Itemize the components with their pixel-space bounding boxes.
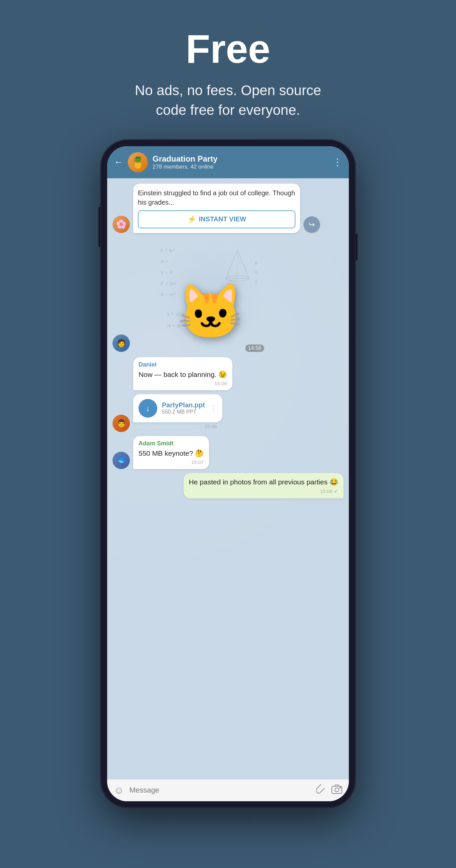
adam-message-text: 550 MB keynote? 🤔 bbox=[139, 448, 204, 458]
sticker-message-row: 🧑 k = πr² A = V = l² P = 2πr A = πr² bbox=[113, 238, 343, 352]
svg-point-5 bbox=[340, 787, 341, 788]
math-bg-right: θ h s bbox=[255, 258, 257, 286]
outgoing-message-time: 15:08 ✓ bbox=[189, 488, 338, 494]
daniel-sender-name: Daniel bbox=[139, 361, 227, 368]
message-tick-icon: ✓ bbox=[334, 488, 338, 494]
adam-message-time: 15:07 bbox=[139, 459, 204, 465]
file-size: 550.2 MB PPT bbox=[162, 409, 205, 415]
outgoing-message-row: He pasted in photos from all previous pa… bbox=[113, 473, 343, 498]
file-info: PartyPlan.ppt 550.2 MB PPT bbox=[162, 401, 205, 415]
file-bubble-wrapper: ↓ PartyPlan.ppt 550.2 MB PPT ⋮ 15:06 bbox=[133, 394, 222, 432]
file-time: 15:06 bbox=[133, 422, 222, 432]
sender-avatar-adam: 🧢 bbox=[113, 452, 130, 469]
cat-sticker: 🐱 bbox=[177, 285, 244, 339]
article-bubble: Einstein struggled to find a job out of … bbox=[133, 184, 300, 233]
phone-wrapper: ← 🍍 Graduation Party 278 members, 42 onl… bbox=[101, 140, 355, 807]
sender-avatar-sticker: 🧑 bbox=[113, 335, 130, 352]
adam-sender-name: Adam Smidt bbox=[139, 440, 204, 447]
hero-title: Free bbox=[135, 27, 321, 71]
attach-button[interactable] bbox=[316, 784, 326, 797]
article-message-row: 🌸 Einstein struggled to find a job out o… bbox=[113, 184, 343, 233]
file-message-bubble: ↓ PartyPlan.ppt 550.2 MB PPT ⋮ bbox=[133, 394, 222, 422]
daniel-message-text: Now — back to planning. 😉 bbox=[139, 370, 227, 379]
sticker-time: 14:58 bbox=[245, 344, 264, 352]
forward-button[interactable]: ↩ bbox=[303, 216, 320, 233]
chat-info: Graduation Party 278 members, 42 online bbox=[153, 154, 328, 170]
cone-shape bbox=[224, 248, 251, 283]
message-input[interactable] bbox=[129, 786, 311, 795]
hero-section: Free No ads, no fees. Open sourcecode fr… bbox=[128, 0, 328, 140]
adam-message-bubble: Adam Smidt 550 MB keynote? 🤔 15:07 bbox=[133, 436, 209, 469]
emoji-button[interactable]: ☺ bbox=[114, 784, 124, 796]
instant-view-button[interactable]: ⚡ INSTANT VIEW bbox=[138, 210, 296, 228]
hero-subtitle: No ads, no fees. Open sourcecode free fo… bbox=[135, 81, 321, 120]
chat-name: Graduation Party bbox=[153, 154, 328, 163]
chat-header: ← 🍍 Graduation Party 278 members, 42 onl… bbox=[107, 146, 349, 178]
file-name: PartyPlan.ppt bbox=[162, 401, 205, 409]
svg-point-4 bbox=[335, 788, 339, 792]
chat-members: 278 members, 42 online bbox=[153, 163, 328, 170]
file-more-button[interactable]: ⋮ bbox=[210, 404, 217, 413]
adam-message-row: 🧢 Adam Smidt 550 MB keynote? 🤔 15:07 bbox=[113, 436, 343, 469]
sender-avatar-file: 👨 bbox=[113, 415, 130, 432]
chat-body: 🌸 Einstein struggled to find a job out o… bbox=[107, 178, 349, 779]
phone-shell: ← 🍍 Graduation Party 278 members, 42 onl… bbox=[101, 140, 355, 807]
sender-avatar-1: 🌸 bbox=[113, 216, 130, 233]
instant-view-label: INSTANT VIEW bbox=[199, 215, 246, 223]
article-bubble-wrapper: Einstein struggled to find a job out of … bbox=[133, 184, 300, 233]
daniel-message-row: Daniel Now — back to planning. 😉 15:06 bbox=[133, 357, 343, 390]
group-avatar: 🍍 bbox=[128, 152, 148, 172]
file-download-button[interactable]: ↓ bbox=[139, 399, 157, 417]
daniel-message-bubble: Daniel Now — back to planning. 😉 15:06 bbox=[133, 357, 232, 390]
article-text: Einstein struggled to find a job out of … bbox=[138, 188, 296, 207]
back-button[interactable]: ← bbox=[114, 158, 123, 167]
bolt-icon: ⚡ bbox=[187, 215, 196, 224]
daniel-message-time: 15:06 bbox=[139, 380, 227, 386]
sticker-container: k = πr² A = V = l² P = 2πr A = πr² θ h s bbox=[154, 238, 267, 352]
more-options-button[interactable]: ⋮ bbox=[333, 157, 342, 167]
phone-screen: ← 🍍 Graduation Party 278 members, 42 onl… bbox=[107, 146, 349, 801]
outgoing-message-bubble: He pasted in photos from all previous pa… bbox=[184, 473, 343, 498]
chat-input-bar: ☺ bbox=[107, 779, 349, 801]
math-bg: k = πr² A = V = l² P = 2πr A = πr² bbox=[160, 245, 176, 300]
forward-icon: ↩ bbox=[309, 220, 315, 229]
camera-button[interactable] bbox=[332, 784, 342, 797]
outgoing-message-text: He pasted in photos from all previous pa… bbox=[189, 477, 338, 487]
file-message-row: 👨 ↓ PartyPlan.ppt 550.2 MB PPT ⋮ 15:06 bbox=[113, 394, 343, 432]
